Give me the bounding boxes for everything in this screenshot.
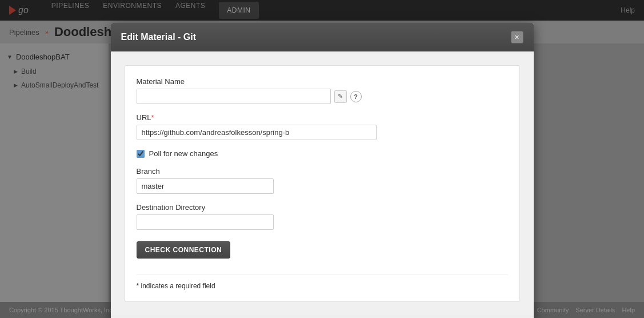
material-name-input[interactable] [137, 89, 331, 104]
material-name-label: Material Name [137, 77, 508, 86]
dialog-title: Edit Material - Git [121, 32, 197, 42]
required-text: indicates a required field [141, 282, 215, 290]
url-group: URL* [137, 113, 508, 140]
check-connection-button[interactable]: CHECK CONNECTION [137, 241, 231, 259]
branch-label: Branch [137, 167, 508, 176]
help-icon[interactable]: ? [350, 91, 362, 102]
required-star: * [137, 282, 141, 290]
material-name-input-row: ✎ ? [137, 89, 508, 104]
edit-material-dialog: Edit Material - Git × Material Name ✎ ? [111, 23, 534, 318]
blacklist-section: Blacklist [111, 316, 534, 318]
destination-input[interactable] [137, 214, 274, 230]
dialog-body: Material Name ✎ ? URL* [111, 51, 534, 316]
branch-group: Branch [137, 167, 508, 194]
dialog-section: Material Name ✎ ? URL* [125, 65, 520, 302]
dialog-header: Edit Material - Git × [111, 23, 534, 51]
branch-input[interactable] [137, 178, 274, 194]
modal-overlay: Edit Material - Git × Material Name ✎ ? [0, 0, 644, 318]
required-note: * indicates a required field [137, 275, 508, 290]
destination-group: Destination Directory [137, 203, 508, 230]
poll-checkbox-group: Poll for new changes [137, 149, 508, 158]
poll-checkbox[interactable] [137, 150, 145, 158]
url-input[interactable] [137, 125, 377, 140]
dialog-close-button[interactable]: × [511, 31, 523, 43]
poll-checkbox-label: Poll for new changes [149, 149, 218, 158]
edit-icon[interactable]: ✎ [334, 90, 347, 103]
material-name-group: Material Name ✎ ? [137, 77, 508, 104]
url-label: URL* [137, 113, 508, 122]
destination-label: Destination Directory [137, 203, 508, 212]
url-required-star: * [151, 113, 154, 122]
